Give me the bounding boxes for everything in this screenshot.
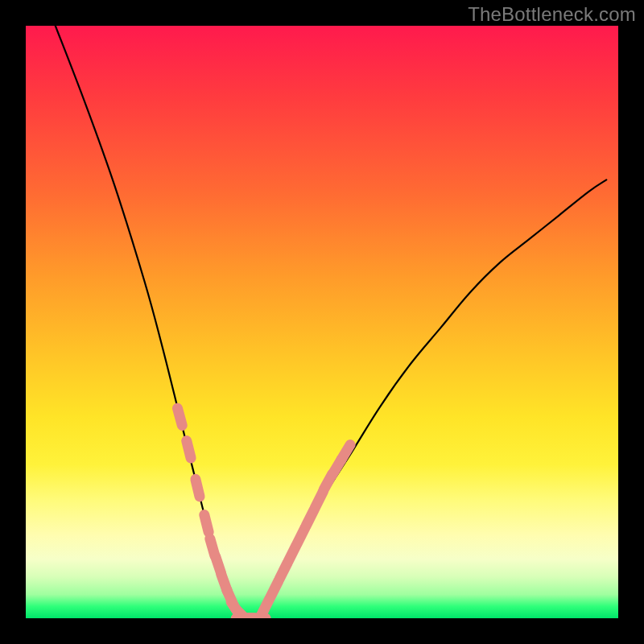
bottleneck-curve	[56, 26, 606, 618]
marker-segment	[177, 408, 182, 425]
chart-frame: TheBottleneck.com	[0, 0, 644, 644]
data-markers	[177, 408, 350, 618]
watermark-text: TheBottleneck.com	[468, 3, 636, 26]
chart-svg	[26, 26, 618, 618]
marker-segment	[196, 479, 200, 496]
curve-path	[56, 26, 606, 618]
marker-segment	[204, 515, 208, 532]
plot-area	[26, 26, 618, 618]
marker-segment	[187, 441, 191, 458]
